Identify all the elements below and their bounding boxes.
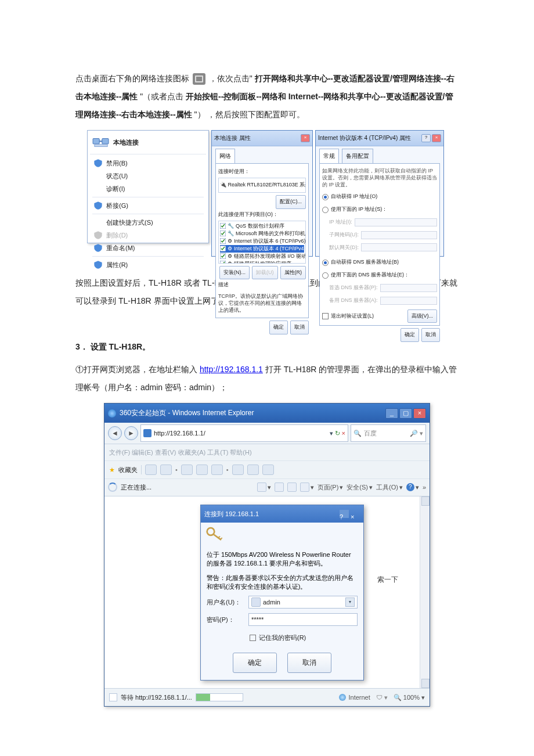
- username-label: 用户名(U)：: [207, 595, 244, 609]
- refresh-icon[interactable]: ↻: [335, 426, 340, 440]
- close-icon[interactable]: ×: [432, 134, 441, 142]
- print-button[interactable]: ▾: [300, 480, 314, 494]
- radio-checked-icon: [322, 194, 329, 200]
- help-icon[interactable]: ?: [340, 510, 349, 518]
- username-input[interactable]: admin ▾: [248, 596, 358, 609]
- protocol-listbox[interactable]: 🔧QoS 数据包计划程序 🔧Microsoft 网络的文件和打印机共享 ⚙Int…: [218, 221, 306, 264]
- fav-item-icon[interactable]: [247, 465, 259, 475]
- favorites-label[interactable]: 收藏夹: [118, 463, 138, 477]
- tcpip-title: Internet 协议版本 4 (TCP/IPv4) 属性: [318, 132, 411, 145]
- status-waiting-text: 等待 http://192.168.1.1/...: [121, 690, 192, 704]
- fav-item-icon[interactable]: [181, 465, 193, 475]
- auth-ok-button[interactable]: 确定: [233, 653, 277, 672]
- tab-alternate[interactable]: 备用配置: [342, 149, 373, 163]
- radio-dns-manual[interactable]: 使用下面的 DNS 服务器地址(E)：: [322, 269, 437, 282]
- help-icon[interactable]: ?: [421, 134, 431, 142]
- svg-point-9: [207, 528, 215, 535]
- radio-ip-auto[interactable]: 自动获得 IP 地址(O): [322, 190, 437, 203]
- maximize-icon[interactable]: ▢: [399, 408, 412, 419]
- ok-button[interactable]: 确定: [269, 321, 288, 334]
- item-properties-button[interactable]: 属性(R): [280, 266, 306, 280]
- router-url-link[interactable]: http://192.168.1.1: [200, 365, 263, 374]
- ctx-item-diagnose[interactable]: 诊断(I): [90, 182, 206, 195]
- ctx-item-rename[interactable]: 重命名(M): [90, 242, 206, 254]
- tools-menu[interactable]: 工具(O) ▾: [376, 480, 403, 494]
- remember-checkbox[interactable]: 记住我的密码(R): [201, 628, 363, 649]
- uninstall-button: 卸载(U): [252, 266, 278, 280]
- auth-cancel-button[interactable]: 取消: [287, 653, 331, 672]
- tcpip-note: 如果网络支持此功能，则可以获取自动指派的 IP 设置。否则，您需要从网络系统管理…: [322, 166, 437, 190]
- checkbox-checked-icon[interactable]: [220, 238, 226, 244]
- fav-item-icon[interactable]: [145, 465, 157, 475]
- zoom-control[interactable]: 🔍 100% ▾: [394, 690, 425, 704]
- radio-checked-icon: [322, 260, 329, 266]
- star-icon[interactable]: ★: [109, 463, 115, 477]
- search-dropdown-icon[interactable]: ▾: [420, 426, 423, 440]
- checkbox-checked-icon[interactable]: [220, 246, 226, 251]
- validate-checkbox[interactable]: 退出时验证设置(L): [322, 311, 374, 322]
- cancel-button[interactable]: 取消: [290, 321, 309, 334]
- svg-rect-2: [95, 145, 107, 147]
- address-text: http://192.168.1.1/: [154, 426, 205, 440]
- print-icon: [300, 483, 309, 492]
- ie-tabstrip: 正在连接... ▾ ▾ 页面(P) ▾ 安全(S) ▾ 工具(O) ▾ ?▾ »: [104, 479, 430, 496]
- ctx-item-shortcut[interactable]: 创建快捷方式(S): [90, 216, 206, 229]
- auth-msg2: 警告：此服务器要求以不安全的方式发送您的用户名和密码(没有安全连接的基本认证)。: [201, 570, 363, 593]
- tab-network[interactable]: 网络: [215, 149, 235, 163]
- dropdown-icon[interactable]: ▾: [330, 426, 333, 440]
- tab-label[interactable]: 正在连接...: [121, 480, 151, 494]
- feeds-button[interactable]: [275, 483, 284, 492]
- ok-button[interactable]: 确定: [400, 328, 419, 342]
- configure-button[interactable]: 配置(C)...: [276, 195, 306, 209]
- chevron-down-icon[interactable]: ▾: [345, 597, 355, 607]
- search-icon: 🔍: [353, 426, 362, 440]
- fav-item-icon[interactable]: [196, 465, 208, 475]
- overflow-icon[interactable]: »: [423, 480, 426, 494]
- mail-button[interactable]: [287, 483, 297, 492]
- safety-menu[interactable]: 安全(S) ▾: [347, 480, 373, 494]
- shield-icon: [93, 244, 103, 252]
- checkbox-checked-icon[interactable]: [220, 231, 226, 236]
- protected-mode-icon[interactable]: 🛡 ▾: [376, 690, 388, 704]
- stop-icon[interactable]: ×: [342, 426, 345, 440]
- fav-item-icon[interactable]: [211, 465, 223, 475]
- fav-item-icon[interactable]: [160, 465, 172, 475]
- vertical-scrollbar[interactable]: [420, 496, 430, 688]
- zone-indicator[interactable]: Internet: [339, 690, 370, 704]
- radio-dns-auto[interactable]: 自动获得 DNS 服务器地址(B): [322, 256, 437, 269]
- fav-item-icon[interactable]: [262, 465, 274, 475]
- ie-statusbar: 等待 http://192.168.1.1/... Internet 🛡 ▾ 🔍…: [104, 688, 430, 706]
- context-menu-title: 本地连接: [113, 135, 139, 149]
- help-button[interactable]: ?▾: [406, 480, 419, 494]
- remember-label: 记住我的密码(R): [259, 631, 306, 645]
- radio-ip-manual[interactable]: 使用下面的 IP 地址(S)：: [322, 203, 437, 216]
- ie-menubar[interactable]: 文件(F) 编辑(E) 查看(V) 收藏夹(A) 工具(T) 帮助(H): [104, 444, 430, 461]
- search-box[interactable]: 🔍 百度 🔎 ▾: [351, 424, 426, 442]
- home-button[interactable]: ▾: [257, 480, 271, 494]
- checkbox-checked-icon[interactable]: [220, 223, 226, 229]
- search-go-icon[interactable]: 🔎: [410, 426, 418, 440]
- close-icon[interactable]: ×: [413, 408, 426, 419]
- cancel-button[interactable]: 取消: [421, 328, 440, 342]
- back-button[interactable]: ◄: [108, 426, 122, 440]
- password-input[interactable]: *****: [248, 613, 358, 626]
- fav-item-icon[interactable]: [232, 465, 244, 475]
- forward-button[interactable]: ►: [124, 426, 138, 440]
- close-icon[interactable]: ×: [301, 134, 310, 142]
- ctx-item-disable[interactable]: 禁用(B): [90, 157, 206, 170]
- close-icon[interactable]: ×: [351, 510, 360, 518]
- ctx-item-status[interactable]: 状态(U): [90, 170, 206, 182]
- minimize-icon[interactable]: _: [385, 408, 398, 419]
- network-tray-icon: [193, 73, 205, 85]
- advanced-button[interactable]: 高级(V)...: [407, 309, 438, 323]
- help-icon: ?: [406, 483, 414, 491]
- checkbox-checked-icon[interactable]: [220, 253, 226, 259]
- loading-spinner-icon: [108, 483, 117, 492]
- ctx-item-bridge[interactable]: 桥接(G): [90, 199, 206, 212]
- address-bar[interactable]: http://192.168.1.1/ ▾ ↻ ×: [140, 424, 348, 442]
- install-button[interactable]: 安装(N)...: [219, 266, 250, 280]
- tab-general[interactable]: 常规: [319, 149, 339, 163]
- ctx-item-properties[interactable]: 属性(R): [90, 258, 206, 271]
- page-menu[interactable]: 页面(P) ▾: [317, 480, 344, 494]
- description-text: TCP/IP。该协议是默认的广域网络协议，它提供在不同的相互连接的网络上的通讯。: [218, 291, 306, 315]
